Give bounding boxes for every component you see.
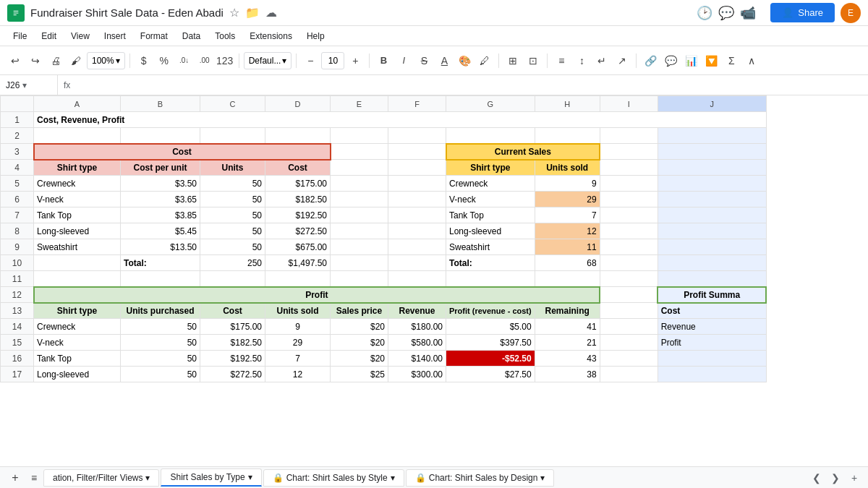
cell-d2[interactable] — [265, 128, 331, 144]
percent-button[interactable]: % — [155, 51, 174, 70]
cell-b5[interactable]: $3.50 — [121, 176, 200, 192]
zoom-control[interactable]: 100% ▾ — [87, 52, 125, 69]
cell-e9[interactable] — [331, 239, 388, 255]
cell-d10[interactable]: $1,497.50 — [265, 255, 331, 271]
col-header-g[interactable]: G — [446, 96, 535, 112]
cell-g6[interactable]: V-neck — [446, 192, 535, 207]
cell-d15[interactable]: 29 — [265, 335, 331, 351]
tab-shirt-sales-by-type[interactable]: Shirt Sales by Type ▾ — [161, 468, 261, 487]
cell-h13[interactable]: Remaining — [535, 303, 600, 319]
cell-f9[interactable] — [388, 239, 446, 255]
cell-f16[interactable]: $140.00 — [388, 351, 446, 367]
col-header-i[interactable]: I — [600, 96, 658, 112]
cell-h7[interactable]: 7 — [535, 207, 600, 223]
cell-c7[interactable]: 50 — [200, 207, 265, 223]
col-header-d[interactable]: D — [265, 96, 331, 112]
cell-e3[interactable] — [331, 144, 388, 160]
decimal-decrease-button[interactable]: .0↓ — [175, 51, 194, 70]
cell-e6[interactable] — [331, 192, 388, 207]
cell-i3[interactable] — [600, 144, 658, 160]
menu-edit[interactable]: Edit — [35, 29, 62, 43]
cell-j13[interactable]: Cost — [658, 303, 766, 319]
cell-g3-sales-header[interactable]: Current Sales — [446, 144, 600, 160]
cell-d6[interactable]: $182.50 — [265, 192, 331, 207]
tab-filter-views-dropdown[interactable]: ▾ — [145, 473, 150, 483]
cell-f5[interactable] — [388, 176, 446, 192]
cell-j2[interactable] — [658, 128, 766, 144]
cell-h2[interactable] — [535, 128, 600, 144]
cell-g7[interactable]: Tank Top — [446, 207, 535, 223]
cell-j16[interactable] — [658, 351, 766, 367]
tab-chart-shirt-style[interactable]: 🔒 Chart: Shirt Sales by Style ▾ — [263, 469, 404, 487]
cell-c17[interactable]: $272.50 — [200, 367, 265, 382]
cell-g14[interactable]: $5.00 — [446, 319, 535, 335]
menu-data[interactable]: Data — [176, 29, 206, 43]
cell-b2[interactable] — [121, 128, 200, 144]
cell-d13[interactable]: Units sold — [265, 303, 331, 319]
cell-h16[interactable]: 43 — [535, 351, 600, 367]
cell-f2[interactable] — [388, 128, 446, 144]
col-header-e[interactable]: E — [331, 96, 388, 112]
cell-j8[interactable] — [658, 223, 766, 239]
cell-i10[interactable] — [600, 255, 658, 271]
cell-f7[interactable] — [388, 207, 446, 223]
cell-e2[interactable] — [331, 128, 388, 144]
cell-a2[interactable] — [34, 128, 121, 144]
cell-a4[interactable]: Shirt type — [34, 160, 121, 176]
cell-c13[interactable]: Cost — [200, 303, 265, 319]
cell-c6[interactable]: 50 — [200, 192, 265, 207]
cell-reference[interactable]: J26 ▾ — [0, 75, 58, 95]
cell-i9[interactable] — [600, 239, 658, 255]
cell-a14[interactable]: Crewneck — [34, 319, 121, 335]
cell-c9[interactable]: 50 — [200, 239, 265, 255]
cell-c8[interactable]: 50 — [200, 223, 265, 239]
print-button[interactable]: 🖨 — [46, 51, 65, 70]
cell-j7[interactable] — [658, 207, 766, 223]
align-button[interactable]: ≡ — [552, 51, 571, 70]
menu-view[interactable]: View — [65, 29, 95, 43]
comment-icon[interactable]: 💬 — [718, 5, 734, 21]
cell-f13[interactable]: Revenue — [388, 303, 446, 319]
cell-d17[interactable]: 12 — [265, 367, 331, 382]
bold-button[interactable]: B — [374, 51, 393, 70]
function-button[interactable]: Σ — [722, 51, 741, 70]
cell-b4[interactable]: Cost per unit — [121, 160, 200, 176]
col-header-b[interactable]: B — [121, 96, 200, 112]
cell-j10[interactable] — [658, 255, 766, 271]
cell-b10[interactable]: Total: — [121, 255, 200, 271]
folder-icon[interactable]: 📁 — [245, 6, 260, 20]
currency-button[interactable]: $ — [135, 51, 153, 70]
tab-next-button[interactable]: ❯ — [827, 470, 843, 486]
filter-button[interactable]: 🔽 — [702, 51, 720, 70]
meet-icon[interactable]: 📹 — [740, 5, 756, 21]
cell-b13[interactable]: Units purchased — [121, 303, 200, 319]
cell-a7[interactable]: Tank Top — [34, 207, 121, 223]
col-header-a[interactable]: A — [34, 96, 121, 112]
merge-cells-button[interactable]: ⊡ — [524, 51, 542, 70]
cell-i4[interactable] — [600, 160, 658, 176]
cell-d14[interactable]: 9 — [265, 319, 331, 335]
cell-i6[interactable] — [600, 192, 658, 207]
tab-add-right-button[interactable]: + — [846, 470, 862, 486]
cell-i7[interactable] — [600, 207, 658, 223]
cell-d9[interactable]: $675.00 — [265, 239, 331, 255]
font-size-box[interactable]: 10 — [321, 52, 344, 69]
cell-e17[interactable]: $25 — [331, 367, 388, 382]
font-selector[interactable]: Defaul... ▾ — [244, 52, 292, 69]
cell-e4[interactable] — [331, 160, 388, 176]
cell-a13[interactable]: Shirt type — [34, 303, 121, 319]
menu-format[interactable]: Format — [135, 29, 174, 43]
strikethrough-button[interactable]: S — [414, 51, 433, 70]
cell-e10[interactable] — [331, 255, 388, 271]
cell-e15[interactable]: $20 — [331, 335, 388, 351]
collapse-button[interactable]: ∧ — [742, 51, 761, 70]
cell-j14[interactable]: Revenue — [658, 319, 766, 335]
cell-b14[interactable]: 50 — [121, 319, 200, 335]
cell-f10[interactable] — [388, 255, 446, 271]
cell-g5[interactable]: Crewneck — [446, 176, 535, 192]
col-header-c[interactable]: C — [200, 96, 265, 112]
cell-j6[interactable] — [658, 192, 766, 207]
cell-j9[interactable] — [658, 239, 766, 255]
cell-e8[interactable] — [331, 223, 388, 239]
sheet-menu-button[interactable]: ≡ — [25, 468, 43, 487]
